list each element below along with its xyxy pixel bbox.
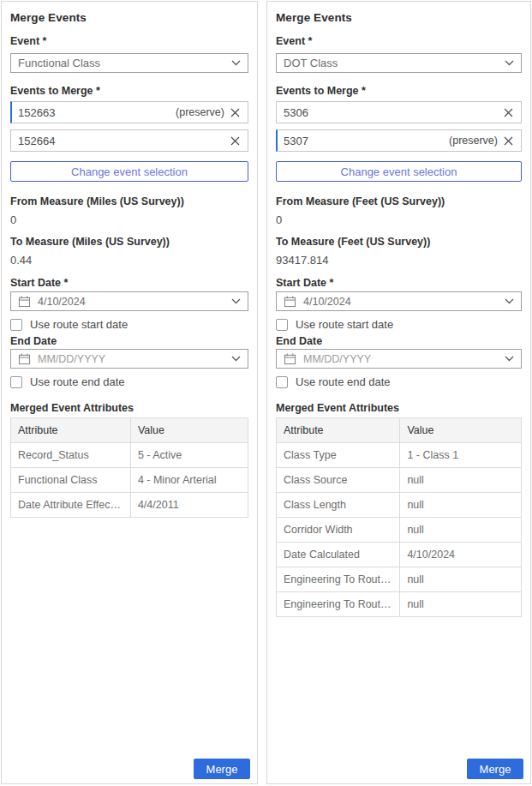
use-route-start-date-checkbox[interactable]: Use route start date: [10, 318, 248, 331]
table-row[interactable]: Corridor Widthnull: [277, 518, 522, 543]
table-header-row: Attribute Value: [277, 418, 522, 443]
table-row[interactable]: Date Calculated4/10/2024: [277, 543, 522, 567]
merge-events-panel-left: Merge Events Event * Functional Class Ev…: [1, 1, 258, 784]
end-date-label: End Date: [10, 335, 248, 347]
start-date-label: Start Date *: [276, 277, 522, 289]
to-measure-label: To Measure (Miles (US Survey)): [10, 236, 248, 248]
checkbox-box[interactable]: [276, 319, 288, 331]
table-cell: null: [400, 518, 522, 543]
table-row[interactable]: Class Sourcenull: [277, 468, 522, 493]
merge-button[interactable]: Merge: [194, 759, 250, 779]
end-date-input[interactable]: MM/DD/YYYY: [10, 349, 248, 369]
table-cell: Class Length: [277, 493, 400, 518]
end-date-input[interactable]: MM/DD/YYYY: [276, 349, 522, 369]
event-to-merge-item[interactable]: 152664: [10, 129, 248, 152]
page-title: Merge Events: [276, 2, 522, 24]
table-row[interactable]: Engineering To Route ...null: [277, 592, 522, 617]
to-measure-value: 93417.814: [276, 255, 522, 267]
end-date-placeholder: MM/DD/YYYY: [38, 353, 224, 365]
table-cell: Engineering To RouteID: [277, 567, 400, 592]
table-row[interactable]: Functional Class4 - Minor Arterial: [11, 468, 248, 493]
end-date-label: End Date: [276, 335, 522, 347]
table-cell: 1 - Class 1: [400, 443, 522, 468]
from-measure-label: From Measure (Feet (US Survey)): [276, 195, 522, 207]
use-route-end-date-checkbox[interactable]: Use route end date: [276, 375, 522, 388]
event-label: Event *: [276, 35, 522, 47]
calendar-icon: [284, 352, 296, 365]
remove-event-icon[interactable]: [230, 108, 241, 117]
merged-event-attributes-table: Attribute Value Record_Status5 - ActiveF…: [10, 417, 248, 518]
event-to-merge-item[interactable]: 5307 (preserve): [276, 129, 522, 152]
remove-event-icon[interactable]: [503, 136, 514, 146]
calendar-icon: [18, 352, 31, 365]
remove-event-icon[interactable]: [503, 108, 514, 117]
checkbox-box[interactable]: [276, 376, 288, 388]
checkbox-box[interactable]: [10, 319, 22, 331]
table-cell: 4/4/2011: [130, 493, 248, 518]
use-route-start-date-checkbox[interactable]: Use route start date: [276, 318, 522, 331]
events-to-merge-label: Events to Merge *: [10, 85, 248, 97]
table-cell: Record_Status: [11, 443, 131, 468]
checkbox-label: Use route start date: [30, 318, 128, 331]
calendar-icon: [18, 295, 31, 308]
chevron-down-icon: [231, 298, 241, 304]
checkbox-label: Use route end date: [296, 375, 391, 388]
table-cell: Engineering To Route ...: [277, 592, 400, 617]
table-cell: Date Calculated: [277, 543, 400, 567]
to-measure-label: To Measure (Feet (US Survey)): [276, 236, 522, 248]
table-cell: null: [400, 592, 522, 617]
change-event-selection-button[interactable]: Change event selection: [276, 161, 522, 182]
merged-event-attributes-title: Merged Event Attributes: [276, 402, 522, 414]
change-event-selection-button[interactable]: Change event selection: [10, 161, 248, 182]
value-column-header: Value: [130, 418, 248, 443]
chevron-down-icon: [505, 60, 514, 66]
page-title: Merge Events: [10, 2, 248, 24]
table-cell: Class Type: [277, 443, 400, 468]
chevron-down-icon: [505, 356, 514, 362]
calendar-icon: [284, 295, 296, 308]
event-select[interactable]: Functional Class: [10, 53, 248, 73]
table-row[interactable]: Engineering To RouteIDnull: [277, 567, 522, 592]
checkbox-label: Use route end date: [30, 375, 125, 388]
table-row[interactable]: Class Type1 - Class 1: [277, 443, 522, 468]
checkbox-box[interactable]: [10, 376, 22, 388]
table-row[interactable]: Class Lengthnull: [277, 493, 522, 518]
merge-button[interactable]: Merge: [467, 759, 523, 779]
merged-event-attributes-table: Attribute Value Class Type1 - Class 1Cla…: [276, 417, 522, 617]
remove-event-icon[interactable]: [230, 136, 241, 146]
start-date-input[interactable]: 4/10/2024: [276, 291, 522, 311]
event-id-value: 152664: [18, 135, 219, 147]
preserve-badge: (preserve): [176, 106, 224, 118]
start-date-value: 4/10/2024: [38, 296, 224, 308]
use-route-end-date-checkbox[interactable]: Use route end date: [10, 375, 248, 388]
end-date-placeholder: MM/DD/YYYY: [303, 353, 498, 365]
event-id-value: 5306: [284, 106, 493, 119]
event-select[interactable]: DOT Class: [276, 53, 522, 73]
event-to-merge-item[interactable]: 152663 (preserve): [10, 101, 248, 123]
table-cell: Functional Class: [11, 468, 131, 493]
event-to-merge-item[interactable]: 5306: [276, 101, 522, 123]
preserve-badge: (preserve): [449, 135, 498, 147]
table-cell: null: [400, 468, 522, 493]
start-date-input[interactable]: 4/10/2024: [10, 291, 248, 311]
attribute-column-header: Attribute: [11, 418, 131, 443]
merged-event-attributes-title: Merged Event Attributes: [10, 402, 248, 414]
chevron-down-icon: [231, 60, 241, 66]
merge-events-panel-right: Merge Events Event * DOT Class Events to…: [266, 1, 531, 784]
chevron-down-icon: [505, 298, 514, 304]
from-measure-label: From Measure (Miles (US Survey)): [10, 195, 248, 207]
table-cell: Date Attribute Effective: [11, 493, 131, 518]
table-cell: 4 - Minor Arterial: [130, 468, 248, 493]
table-header-row: Attribute Value: [11, 418, 248, 443]
event-select-value: Functional Class: [18, 57, 231, 69]
start-date-label: Start Date *: [10, 277, 248, 289]
table-cell: Corridor Width: [277, 518, 400, 543]
table-row[interactable]: Date Attribute Effective4/4/2011: [11, 493, 248, 518]
event-id-value: 152663: [18, 106, 170, 119]
table-row[interactable]: Record_Status5 - Active: [11, 443, 248, 468]
to-measure-value: 0.44: [10, 255, 248, 267]
value-column-header: Value: [400, 418, 522, 443]
table-cell: 4/10/2024: [400, 543, 522, 567]
event-label: Event *: [10, 35, 248, 47]
table-cell: null: [400, 493, 522, 518]
